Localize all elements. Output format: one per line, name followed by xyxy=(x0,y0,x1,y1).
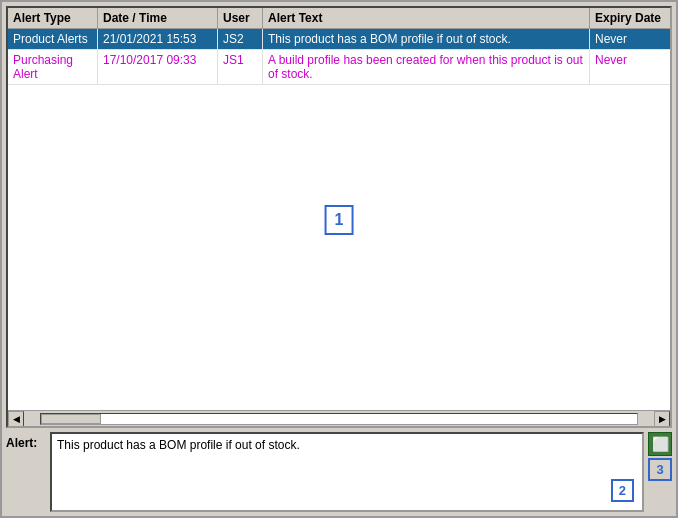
col-alert-text: Alert Text xyxy=(263,8,590,28)
badge-1: 1 xyxy=(325,205,354,235)
badge-2: 2 xyxy=(611,479,634,502)
col-date-time: Date / Time xyxy=(98,8,218,28)
scroll-right-button[interactable]: ▶ xyxy=(654,411,670,427)
cell-date-time: 21/01/2021 15:53 xyxy=(98,29,218,49)
cell-alert-type: Product Alerts xyxy=(8,29,98,49)
expand-icon: ⬜ xyxy=(652,436,669,452)
table-row[interactable]: Product Alerts 21/01/2021 15:53 JS2 This… xyxy=(8,29,670,50)
badge-1-label: 1 xyxy=(335,211,344,228)
alert-textarea[interactable] xyxy=(52,434,642,510)
main-container: Alert Type Date / Time User Alert Text E… xyxy=(0,0,678,518)
table-header: Alert Type Date / Time User Alert Text E… xyxy=(8,8,670,29)
cell-user: JS2 xyxy=(218,29,263,49)
badge-2-label: 2 xyxy=(619,483,626,498)
alert-section: Alert: 2 ⬜ 3 xyxy=(6,432,672,512)
cell-alert-text: This product has a BOM profile if out of… xyxy=(263,29,590,49)
alert-text-container: 2 xyxy=(50,432,644,512)
scroll-track[interactable] xyxy=(40,413,638,425)
cell-alert-text: A build profile has been created for whe… xyxy=(263,50,590,84)
badge-3-label: 3 xyxy=(656,462,663,477)
cell-alert-type: Purchasing Alert xyxy=(8,50,98,84)
col-alert-type: Alert Type xyxy=(8,8,98,28)
col-user: User xyxy=(218,8,263,28)
col-expiry-date: Expiry Date xyxy=(590,8,670,28)
right-buttons: ⬜ 3 xyxy=(648,432,672,481)
alert-label: Alert: xyxy=(6,432,46,450)
cell-expiry-date: Never xyxy=(590,29,670,49)
table-body[interactable]: Product Alerts 21/01/2021 15:53 JS2 This… xyxy=(8,29,670,410)
badge-3: 3 xyxy=(648,458,672,481)
alerts-table: Alert Type Date / Time User Alert Text E… xyxy=(6,6,672,428)
cell-user: JS1 xyxy=(218,50,263,84)
expand-button[interactable]: ⬜ xyxy=(648,432,672,456)
horizontal-scrollbar[interactable]: ◀ ▶ xyxy=(8,410,670,426)
table-row[interactable]: Purchasing Alert 17/10/2017 09:33 JS1 A … xyxy=(8,50,670,85)
scroll-thumb[interactable] xyxy=(41,414,101,424)
cell-expiry-date: Never xyxy=(590,50,670,84)
scroll-left-button[interactable]: ◀ xyxy=(8,411,24,427)
cell-date-time: 17/10/2017 09:33 xyxy=(98,50,218,84)
